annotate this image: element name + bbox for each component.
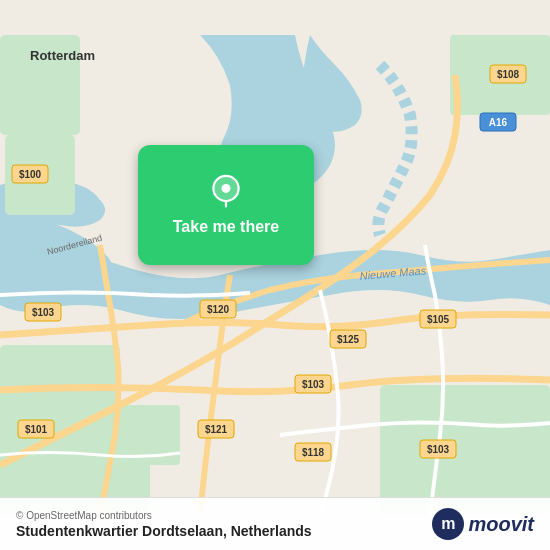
svg-text:$120: $120 [207,304,230,315]
svg-point-36 [222,184,231,193]
svg-text:Rotterdam: Rotterdam [30,48,95,63]
location-pin-icon [208,174,244,210]
svg-text:$101: $101 [25,424,48,435]
svg-text:$100: $100 [19,169,42,180]
svg-text:$108: $108 [497,69,520,80]
moovit-icon: m [432,508,464,540]
moovit-text: moovit [468,513,534,536]
svg-text:$121: $121 [205,424,228,435]
svg-text:$103: $103 [32,307,55,318]
moovit-logo: m moovit [432,508,534,540]
take-me-there-button[interactable]: Take me there [138,145,314,265]
svg-rect-7 [380,385,550,515]
copyright-text: © OpenStreetMap contributors [16,510,312,521]
svg-text:$125: $125 [337,334,360,345]
bottom-left-info: © OpenStreetMap contributors Studentenkw… [16,510,312,539]
svg-text:$103: $103 [427,444,450,455]
map-background: Rotterdam $100 $103 $120 $125 $105 $108 … [0,0,550,550]
button-label: Take me there [173,218,279,236]
moovit-initial: m [441,515,455,533]
svg-text:$105: $105 [427,314,450,325]
svg-text:A16: A16 [489,117,508,128]
location-name: Studentenkwartier Dordtselaan, Netherlan… [16,523,312,539]
svg-text:$118: $118 [302,447,325,458]
bottom-bar: © OpenStreetMap contributors Studentenkw… [0,497,550,550]
map-container: Rotterdam $100 $103 $120 $125 $105 $108 … [0,0,550,550]
svg-text:$103: $103 [302,379,325,390]
